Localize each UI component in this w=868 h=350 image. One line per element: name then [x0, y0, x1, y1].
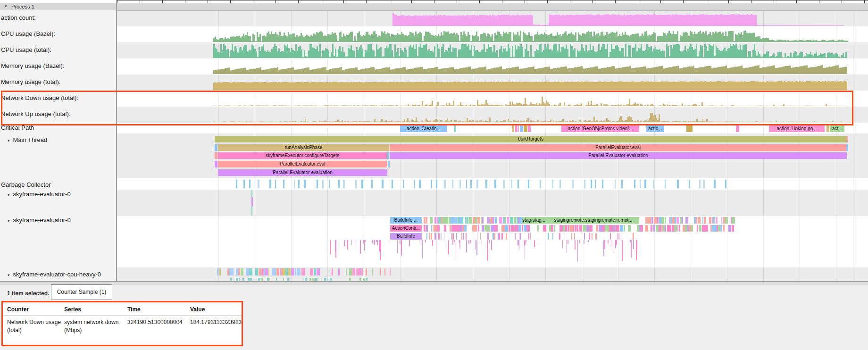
trace-span-sliver[interactable]: [349, 278, 351, 281]
tab-counter-sample[interactable]: Counter Sample (1): [51, 284, 112, 300]
gc-tick[interactable]: [559, 180, 561, 188]
trace-span-sliver[interactable]: [659, 217, 661, 224]
trace-span-sliver[interactable]: [390, 268, 391, 275]
trace-span-sliver[interactable]: [317, 268, 320, 275]
trace-span-sliver[interactable]: [576, 225, 578, 232]
trace-span-sliver[interactable]: [598, 233, 598, 240]
trace-span-sliver[interactable]: [704, 225, 705, 232]
trace-span-sliver[interactable]: [456, 240, 457, 258]
trace-span-sliver[interactable]: [364, 240, 365, 245]
trace-span-sliver[interactable]: [633, 233, 634, 240]
trace-span-sliver[interactable]: [651, 225, 652, 232]
trace-span-sliver[interactable]: [301, 268, 305, 275]
trace-span-sliver[interactable]: [504, 217, 506, 224]
col-header-value[interactable]: Value: [190, 306, 205, 313]
trace-span-sliver[interactable]: [434, 225, 437, 232]
trace-span-sliver[interactable]: [470, 240, 471, 243]
trace-span-sliver[interactable]: [426, 217, 427, 224]
trace-span-sliver[interactable]: [725, 217, 727, 224]
trace-span-sliver[interactable]: [636, 240, 637, 260]
gc-tick[interactable]: [236, 180, 237, 188]
trace-span-sliver[interactable]: [453, 233, 454, 240]
trace-span-sliver[interactable]: [575, 240, 576, 250]
trace-span-sliver[interactable]: [457, 233, 457, 240]
gc-tick[interactable]: [591, 180, 592, 188]
gc-tick[interactable]: [392, 180, 393, 188]
trace-span-sliver[interactable]: [492, 233, 494, 240]
trace-span-sliver[interactable]: [552, 233, 553, 240]
trace-span-sliver[interactable]: [314, 268, 316, 275]
cpu-total-chart[interactable]: [0, 42, 868, 58]
trace-span-sliver[interactable]: [589, 225, 593, 232]
trace-span-sliver[interactable]: [506, 233, 507, 240]
trace-span-sliver[interactable]: [432, 240, 433, 246]
trace-span-sliver[interactable]: [219, 268, 221, 275]
trace-span-sliver[interactable]: [661, 217, 664, 224]
trace-span-sliver[interactable]: [563, 225, 565, 232]
trace-span-sliver[interactable]: [338, 268, 340, 275]
trace-span-sliver[interactable]: [728, 225, 731, 232]
trace-span-sliver[interactable]: [689, 225, 691, 232]
trace-span-sliver[interactable]: [608, 240, 609, 243]
panel-resize-handle[interactable]: [0, 281, 868, 284]
trace-span[interactable]: BuildInfo ...: [390, 217, 422, 224]
trace-span-sliver[interactable]: [620, 225, 623, 232]
trace-span-sliver[interactable]: [584, 240, 584, 244]
trace-span-sliver[interactable]: [491, 225, 494, 232]
trace-span-sliver[interactable]: [215, 144, 217, 151]
trace-span-sliver[interactable]: [653, 225, 656, 232]
trace-span-sliver[interactable]: [721, 217, 722, 224]
trace-span-sliver[interactable]: [424, 225, 426, 232]
gc-tick[interactable]: [665, 180, 666, 188]
trace-span[interactable]: runAnalysisPhase: [218, 144, 389, 151]
trace-span-sliver[interactable]: [498, 233, 499, 240]
trace-span-sliver[interactable]: [713, 217, 715, 224]
trace-span-sliver[interactable]: [683, 225, 685, 232]
trace-span-sliver[interactable]: [568, 225, 569, 232]
trace-span-sliver[interactable]: [679, 225, 680, 232]
trace-span-sliver[interactable]: [229, 268, 234, 275]
gc-tick[interactable]: [485, 180, 487, 188]
trace-span-sliver[interactable]: [472, 225, 475, 232]
trace-span-sliver[interactable]: [434, 233, 434, 240]
gc-tick[interactable]: [269, 180, 271, 188]
trace-span-sliver[interactable]: [599, 225, 602, 232]
trace-span-sliver[interactable]: [469, 217, 472, 224]
gc-tick[interactable]: [689, 180, 690, 188]
trace-span-sliver[interactable]: [475, 217, 477, 224]
gc-tick[interactable]: [476, 180, 478, 188]
gc-tick[interactable]: [275, 180, 276, 188]
trace-span-sliver[interactable]: [283, 268, 285, 275]
trace-span-sliver[interactable]: [351, 240, 352, 245]
col-header-series[interactable]: Series: [64, 306, 81, 313]
trace-span-sliver[interactable]: [335, 240, 336, 252]
gc-tick[interactable]: [371, 180, 373, 188]
trace-span-sliver[interactable]: [482, 217, 484, 224]
trace-span-sliver[interactable]: [438, 233, 440, 240]
trace-span-sliver[interactable]: [335, 240, 336, 258]
trace-span-sliver[interactable]: [452, 240, 453, 245]
trace-span-sliver[interactable]: [583, 225, 586, 232]
trace-span-sliver[interactable]: [250, 278, 252, 281]
gc-tick[interactable]: [343, 180, 344, 188]
trace-span-sliver[interactable]: [473, 217, 475, 224]
trace-span-sliver[interactable]: [315, 278, 317, 281]
label-column-divider[interactable]: [116, 0, 117, 281]
gc-tick[interactable]: [517, 180, 519, 188]
gc-tick[interactable]: [355, 180, 357, 188]
col-header-counter[interactable]: Counter: [7, 306, 29, 313]
trace-span-sliver[interactable]: [346, 268, 347, 275]
trace-span-sliver[interactable]: [309, 278, 311, 281]
trace-span-sliver[interactable]: [712, 217, 713, 224]
gc-tick[interactable]: [283, 180, 284, 188]
trace-span-sliver[interactable]: [723, 217, 725, 224]
gc-tick[interactable]: [677, 180, 678, 188]
trace-span-sliver[interactable]: [501, 225, 505, 232]
trace-span-sliver[interactable]: [324, 278, 326, 281]
trace-span-sliver[interactable]: [239, 278, 240, 281]
trace-span-sliver[interactable]: [458, 217, 459, 224]
trace-span-sliver[interactable]: [376, 240, 377, 242]
trace-span-sliver[interactable]: [665, 225, 666, 232]
collapse-triangle-icon[interactable]: ▾: [8, 218, 10, 223]
trace-span-sliver[interactable]: [499, 217, 502, 224]
